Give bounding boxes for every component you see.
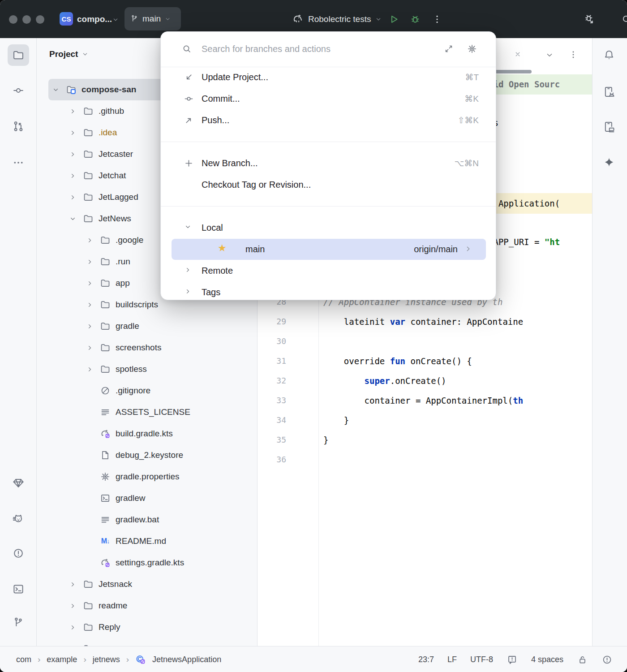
close-window-button[interactable] bbox=[9, 15, 17, 24]
tool-window-button-logcat[interactable] bbox=[8, 508, 29, 530]
popup-search-row[interactable]: Search for branches and actions bbox=[161, 32, 496, 66]
chevron-down-icon[interactable] bbox=[184, 223, 192, 233]
chevron-right-icon[interactable] bbox=[184, 287, 192, 297]
tool-window-button-project[interactable] bbox=[8, 44, 29, 66]
chevron-right-icon[interactable] bbox=[84, 235, 95, 246]
breadcrumb-item[interactable]: com bbox=[16, 655, 31, 664]
tree-item-README.md[interactable]: M↓README.md bbox=[37, 530, 257, 552]
minimize-window-button[interactable] bbox=[22, 15, 31, 24]
section-label: Tags bbox=[202, 287, 220, 297]
project-switcher[interactable]: compo... bbox=[77, 0, 112, 38]
chevron-right-icon[interactable] bbox=[67, 170, 78, 181]
chevron-right-icon[interactable] bbox=[464, 245, 472, 255]
chevron-down-icon[interactable] bbox=[50, 84, 61, 95]
search-input[interactable]: Search for branches and actions bbox=[202, 32, 331, 66]
tree-item-label: .gitignore bbox=[116, 386, 150, 396]
breadcrumb[interactable]: com›example›jetnews›JetnewsApplication bbox=[16, 646, 221, 672]
popup-action-label: Commit... bbox=[202, 94, 240, 104]
branch-section-local[interactable]: Local bbox=[161, 217, 496, 238]
tab-options-icon[interactable] bbox=[568, 50, 578, 60]
tree-item-gradle[interactable]: gradle bbox=[37, 315, 257, 337]
tree-item-ASSETS_LICENSE[interactable]: ASSETS_LICENSE bbox=[37, 401, 257, 423]
plus-icon bbox=[183, 158, 194, 168]
tree-item-gradle.properties[interactable]: gradle.properties bbox=[37, 466, 257, 487]
chevron-right-icon[interactable] bbox=[67, 149, 78, 159]
lock-icon[interactable] bbox=[577, 654, 588, 665]
line-separator[interactable]: LF bbox=[447, 655, 457, 664]
breadcrumb-item[interactable]: jetnews bbox=[93, 655, 120, 664]
tracking-branch: origin/main bbox=[414, 239, 458, 260]
caret-position[interactable]: 23:7 bbox=[418, 655, 434, 664]
tree-item-spotless[interactable]: spotless bbox=[37, 358, 257, 380]
tree-item-Reply[interactable]: Reply bbox=[37, 616, 257, 638]
tree-item-screenshots[interactable]: screenshots bbox=[37, 337, 257, 358]
popup-action-push[interactable]: Push...⇧⌘K bbox=[161, 109, 496, 131]
chevron-down-icon[interactable] bbox=[67, 213, 78, 224]
tool-window-button-version-control[interactable] bbox=[8, 612, 29, 633]
folder-icon bbox=[82, 170, 95, 181]
project-avatar[interactable]: CS bbox=[60, 12, 73, 26]
tree-item-.gitignore[interactable]: .gitignore bbox=[37, 380, 257, 401]
breadcrumb-item[interactable]: example bbox=[47, 655, 77, 664]
gear-icon[interactable] bbox=[467, 43, 477, 54]
branch-widget[interactable]: main bbox=[125, 7, 181, 30]
tool-window-button-gemini[interactable] bbox=[598, 151, 620, 173]
tool-window-button-commit[interactable] bbox=[8, 80, 29, 101]
inspection-widget-icon[interactable] bbox=[507, 654, 518, 665]
indent-setting[interactable]: 4 spaces bbox=[531, 655, 563, 664]
zoom-window-button[interactable] bbox=[36, 15, 44, 24]
line-number: 36 bbox=[258, 450, 286, 470]
close-tab-icon[interactable] bbox=[514, 50, 522, 58]
tool-window-button-problems[interactable] bbox=[8, 543, 29, 564]
chevron-right-icon[interactable] bbox=[67, 622, 78, 633]
popup-action-commit[interactable]: Commit...⌘K bbox=[161, 88, 496, 109]
tree-item-settings.gradle.kts[interactable]: settings.gradle.kts bbox=[37, 552, 257, 573]
chevron-right-icon[interactable] bbox=[67, 106, 78, 116]
chevron-right-icon[interactable] bbox=[84, 321, 95, 332]
chevron-right-icon[interactable] bbox=[84, 299, 95, 310]
tree-item-partial[interactable] bbox=[37, 638, 257, 646]
tree-item-build.gradle.kts[interactable]: build.gradle.kts bbox=[37, 423, 257, 444]
chevron-right-icon[interactable] bbox=[84, 278, 95, 289]
file-encoding[interactable]: UTF-8 bbox=[470, 655, 493, 664]
chevron-right-icon[interactable] bbox=[84, 342, 95, 353]
breadcrumb-item[interactable]: JetnewsApplication bbox=[152, 655, 221, 664]
line-number: 32 bbox=[258, 371, 286, 391]
popup-action-update-project[interactable]: Update Project...⌘T bbox=[161, 66, 496, 88]
window-controls[interactable] bbox=[9, 15, 44, 24]
favorite-star-icon[interactable]: ★ bbox=[218, 242, 227, 254]
tree-item-readme[interactable]: readme bbox=[37, 595, 257, 616]
popup-action-checkout-tag-or-revision[interactable]: Checkout Tag or Revision... bbox=[161, 174, 496, 195]
tool-window-button-device-manager[interactable] bbox=[598, 81, 620, 103]
ignore-icon bbox=[99, 385, 112, 396]
chevron-right-icon[interactable] bbox=[67, 127, 78, 138]
chevron-right-icon[interactable] bbox=[67, 192, 78, 202]
tool-window-button-app-quality-insights[interactable] bbox=[8, 472, 29, 494]
search-everywhere-icon[interactable] bbox=[621, 0, 627, 38]
tool-window-button-more-tool-windows[interactable] bbox=[8, 152, 29, 173]
chevron-right-icon[interactable] bbox=[67, 600, 78, 611]
branch-section-remote[interactable]: Remote bbox=[161, 260, 496, 281]
chevron-right-icon[interactable] bbox=[67, 579, 78, 590]
folder-icon bbox=[99, 321, 112, 332]
branch-row-main[interactable]: ★mainorigin/main bbox=[172, 239, 486, 260]
chevron-right-icon[interactable] bbox=[84, 256, 95, 267]
project-panel-header[interactable]: Project bbox=[49, 44, 89, 64]
tab-list-chevron-icon[interactable] bbox=[545, 51, 554, 60]
tool-window-button-notifications[interactable] bbox=[598, 44, 620, 66]
tool-window-button-pull-requests[interactable] bbox=[8, 116, 29, 137]
tree-item-gradlew[interactable]: gradlew bbox=[37, 487, 257, 509]
chevron-right-icon[interactable] bbox=[84, 364, 95, 375]
tree-item-gradlew.bat[interactable]: gradlew.bat bbox=[37, 509, 257, 530]
problems-status-icon[interactable] bbox=[601, 654, 613, 665]
tree-item-label: app bbox=[116, 278, 130, 288]
chevron-right-icon[interactable] bbox=[184, 266, 192, 276]
branch-section-tags[interactable]: Tags bbox=[161, 281, 496, 303]
tool-window-button-terminal[interactable] bbox=[8, 578, 29, 600]
tree-item-Jetsnack[interactable]: Jetsnack bbox=[37, 573, 257, 595]
restore-size-icon[interactable] bbox=[444, 44, 454, 54]
tree-item-debug_2.keystore[interactable]: debug_2.keystore bbox=[37, 444, 257, 466]
popup-action-new-branch[interactable]: New Branch...⌥⌘N bbox=[161, 152, 496, 174]
tool-window-button-running-devices[interactable] bbox=[598, 116, 620, 138]
attach-debugger-button[interactable] bbox=[583, 0, 596, 38]
